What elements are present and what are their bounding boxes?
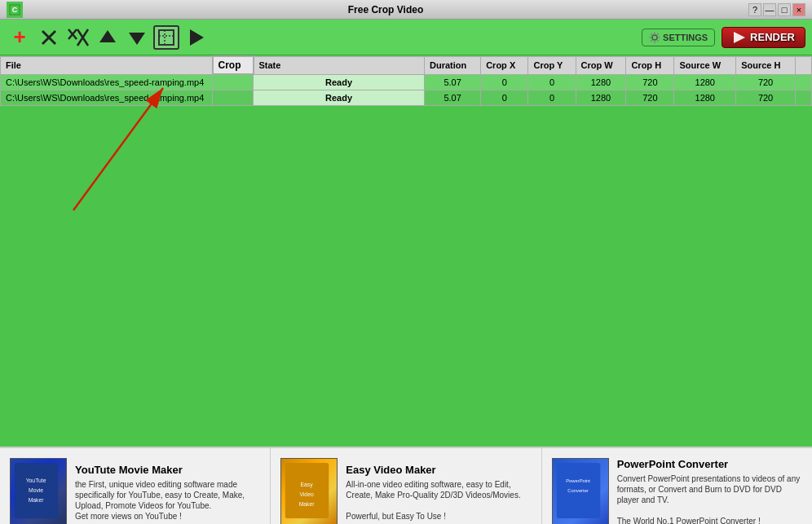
col-extra xyxy=(796,56,812,74)
col-source-w: Source W xyxy=(674,56,736,74)
crop-cell[interactable] xyxy=(213,90,254,105)
table-row[interactable]: C:\Users\WS\Downloads\res_speed-ramping.… xyxy=(1,74,812,90)
app-icon: C xyxy=(7,2,23,18)
svg-text:Easy: Easy xyxy=(301,482,314,488)
title-bar: C Free Crop Video ? — □ × xyxy=(0,0,812,20)
ad-text-0: YouTute Movie Makerthe First, unique vid… xyxy=(75,464,260,522)
svg-line-26 xyxy=(73,88,163,210)
source-h-cell: 720 xyxy=(736,90,796,105)
ad-text-1: Easy Video MakerAll-in-one video editing… xyxy=(346,464,531,522)
add-file-button[interactable]: + xyxy=(7,25,33,50)
toolbar-right: SETTINGS RENDER xyxy=(642,27,805,48)
ad-desc-0: the First, unique video editing software… xyxy=(75,479,260,522)
ad-thumb-2: PowerPointConverter xyxy=(552,458,609,525)
toolbar: + xyxy=(0,20,812,55)
ad-bar: YouTuteMovieMakerYouTute Movie Makerthe … xyxy=(0,447,812,524)
window-controls[interactable]: ? — □ × xyxy=(748,3,805,16)
play-button[interactable] xyxy=(183,25,209,50)
ad-thumb-1: EasyVideoMaker xyxy=(280,458,338,525)
settings-button[interactable]: SETTINGS xyxy=(642,29,715,46)
svg-marker-14 xyxy=(190,29,204,46)
file-list-container: File Crop State Duration Crop X Crop Y C… xyxy=(0,55,812,106)
ad-text-2: PowerPoint ConverterConvert PowerPoint p… xyxy=(617,458,802,524)
ad-item-0[interactable]: YouTuteMovieMakerYouTute Movie Makerthe … xyxy=(0,448,271,524)
svg-text:PowerPoint: PowerPoint xyxy=(566,478,590,483)
svg-point-20 xyxy=(651,33,652,34)
crop-edit-button[interactable] xyxy=(153,25,179,50)
ad-title-2: PowerPoint Converter xyxy=(617,458,802,470)
crop-y-cell: 0 xyxy=(528,74,576,90)
svg-point-23 xyxy=(651,39,652,41)
state-cell: Ready xyxy=(254,74,425,90)
render-button[interactable]: RENDER xyxy=(722,27,805,48)
svg-text:Converter: Converter xyxy=(567,488,589,493)
ad-desc-1: All-in-one video editing software, easy … xyxy=(346,479,531,522)
svg-text:+: + xyxy=(13,26,25,49)
main-content: File Crop State Duration Crop X Crop Y C… xyxy=(0,55,812,447)
ad-title-0: YouTute Movie Maker xyxy=(75,464,260,476)
move-up-button[interactable] xyxy=(95,25,121,50)
source-w-cell: 1280 xyxy=(674,90,736,105)
svg-point-16 xyxy=(654,32,655,33)
render-label: RENDER xyxy=(750,31,795,43)
file-cell: C:\Users\WS\Downloads\res_speed-ramping.… xyxy=(1,74,213,90)
col-crop: Crop xyxy=(213,56,254,74)
crop-x-cell: 0 xyxy=(481,90,528,105)
svg-text:Video: Video xyxy=(300,491,314,496)
duration-cell: 5.07 xyxy=(425,74,481,90)
crop-w-cell: 1280 xyxy=(576,90,626,105)
svg-text:C: C xyxy=(12,6,18,14)
col-state: State xyxy=(254,56,425,74)
svg-text:Maker: Maker xyxy=(299,500,316,506)
window-title: Free Crop Video xyxy=(23,4,748,15)
col-crop-x: Crop X xyxy=(481,56,528,74)
duration-cell: 5.07 xyxy=(425,90,481,105)
svg-point-19 xyxy=(658,36,660,37)
col-source-h: Source H xyxy=(736,56,796,74)
svg-text:Maker: Maker xyxy=(29,496,45,502)
svg-marker-9 xyxy=(99,30,116,42)
ad-item-1[interactable]: EasyVideoMakerEasy Video MakerAll-in-one… xyxy=(271,448,541,524)
state-cell: Ready xyxy=(254,90,425,105)
extra-cell xyxy=(796,90,812,105)
svg-point-22 xyxy=(657,33,659,34)
delete-all-button[interactable] xyxy=(65,25,91,50)
col-crop-w: Crop W xyxy=(576,56,626,74)
ad-thumb-0: YouTuteMovieMaker xyxy=(10,458,67,525)
crop-h-cell: 720 xyxy=(626,90,674,105)
svg-point-15 xyxy=(652,35,657,40)
source-w-cell: 1280 xyxy=(674,74,736,90)
move-down-button[interactable] xyxy=(124,25,150,50)
crop-y-cell: 0 xyxy=(528,90,576,105)
delete-button[interactable] xyxy=(36,25,62,50)
maximize-button[interactable]: □ xyxy=(778,3,791,16)
settings-label: SETTINGS xyxy=(663,33,708,42)
crop-cell[interactable] xyxy=(213,74,254,90)
svg-point-18 xyxy=(649,36,651,37)
close-button[interactable]: × xyxy=(792,3,805,16)
crop-w-cell: 1280 xyxy=(576,74,626,90)
crop-h-cell: 720 xyxy=(626,74,674,90)
svg-text:YouTute: YouTute xyxy=(26,478,46,483)
ad-desc-2: Convert PowerPoint presentations to vide… xyxy=(617,473,802,524)
file-table: File Crop State Duration Crop X Crop Y C… xyxy=(0,55,812,106)
ad-title-1: Easy Video Maker xyxy=(346,464,531,476)
help-button[interactable]: ? xyxy=(748,3,761,16)
col-file: File xyxy=(1,56,213,74)
svg-marker-24 xyxy=(734,32,745,43)
col-crop-h: Crop H xyxy=(626,56,674,74)
file-cell: C:\Users\WS\Downloads\res_speed-ramping.… xyxy=(1,90,213,105)
crop-x-cell: 0 xyxy=(481,74,528,90)
col-duration: Duration xyxy=(425,56,481,74)
svg-text:Movie: Movie xyxy=(29,487,43,493)
minimize-button[interactable]: — xyxy=(763,3,776,16)
svg-marker-10 xyxy=(129,33,145,45)
source-h-cell: 720 xyxy=(736,74,796,90)
table-row[interactable]: C:\Users\WS\Downloads\res_speed-ramping.… xyxy=(1,90,812,105)
svg-point-21 xyxy=(657,39,659,41)
ad-item-2[interactable]: PowerPointConverterPowerPoint ConverterC… xyxy=(542,448,812,524)
svg-rect-11 xyxy=(159,30,174,45)
col-crop-y: Crop Y xyxy=(528,56,576,74)
extra-cell xyxy=(796,74,812,90)
svg-point-17 xyxy=(654,41,655,42)
